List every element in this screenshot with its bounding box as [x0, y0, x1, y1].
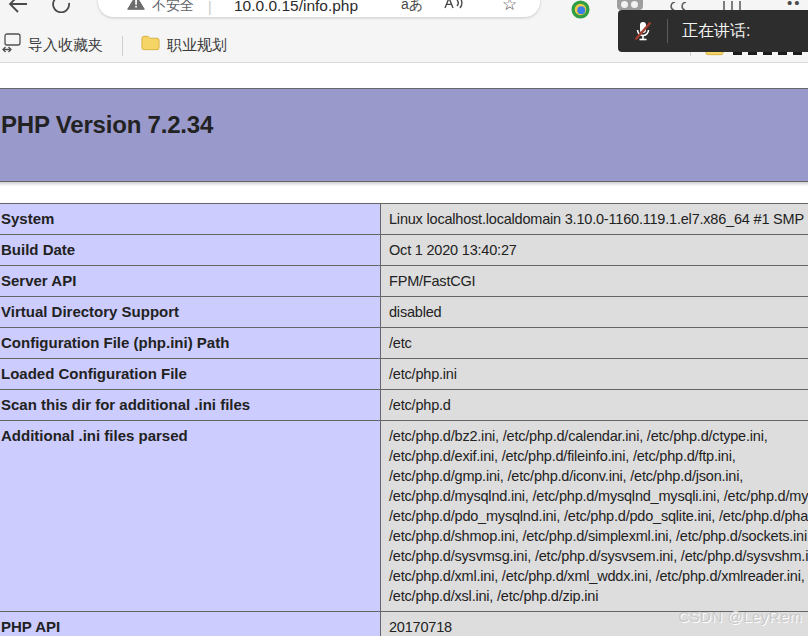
row-label: Build Date	[0, 235, 381, 266]
browser-window: 不安全 | 10.0.0.15/info.php aあ ☆	[0, 0, 808, 636]
bookmark-label: 导入收藏夹	[28, 36, 103, 55]
row-label: Scan this dir for additional .ini files	[0, 390, 381, 421]
read-aloud-icon[interactable]	[444, 0, 464, 14]
csdn-watermark: CSDN @LeyRem	[678, 608, 802, 625]
row-label: PHP API	[0, 612, 381, 636]
back-icon[interactable]	[7, 0, 29, 19]
profile-avatar[interactable]	[617, 0, 643, 10]
php-info-table: System Linux localhost.localdomain 3.10.…	[0, 203, 808, 636]
folder-icon	[141, 35, 160, 55]
table-row: Additional .ini files parsed /etc/php.d/…	[0, 421, 808, 612]
php-version-header: PHP Version 7.2.34	[0, 88, 808, 182]
bookmark-import-favorites[interactable]: 导入收藏夹	[2, 33, 103, 57]
row-value: /etc/php.d/bz2.ini, /etc/php.d/calendar.…	[381, 421, 808, 612]
row-value: disabled	[381, 297, 808, 328]
row-value: /etc/php.d	[381, 390, 808, 421]
extension-icon[interactable]	[571, 0, 590, 23]
bookmark-label: 职业规划	[167, 36, 227, 55]
row-value: Oct 1 2020 13:40:27	[381, 235, 808, 266]
not-secure-label: 不安全	[152, 0, 194, 15]
refresh-icon[interactable]	[51, 0, 71, 17]
table-row: Configuration File (php.ini) Path /etc	[0, 328, 808, 359]
table-row: Loaded Configuration File /etc/php.ini	[0, 359, 808, 390]
import-favorites-icon	[2, 33, 21, 57]
address-separator: |	[208, 0, 212, 15]
translate-icon[interactable]: aあ	[401, 0, 423, 14]
table-row: Server API FPM/FastCGI	[0, 266, 808, 297]
row-value: FPM/FastCGI	[381, 266, 808, 297]
page-title: PHP Version 7.2.34	[0, 89, 808, 139]
row-value: /etc	[381, 328, 808, 359]
speaking-toast-label: 正在讲话:	[682, 21, 750, 42]
row-value: Linux localhost.localdomain 3.10.0-1160.…	[381, 204, 808, 235]
microphone-muted-icon[interactable]	[631, 19, 655, 43]
row-value: /etc/php.ini	[381, 359, 808, 390]
row-label: Virtual Directory Support	[0, 297, 381, 328]
row-label: Configuration File (php.ini) Path	[0, 328, 381, 359]
bookmarks-separator	[122, 36, 123, 56]
address-bar[interactable]: 不安全 | 10.0.0.15/info.php aあ ☆	[98, 0, 540, 17]
table-row: System Linux localhost.localdomain 3.10.…	[0, 204, 808, 235]
table-row: Virtual Directory Support disabled	[0, 297, 808, 328]
row-label: Loaded Configuration File	[0, 359, 381, 390]
url-text[interactable]: 10.0.0.15/info.php	[234, 0, 358, 15]
speaking-toast[interactable]: 正在讲话:	[618, 10, 808, 52]
bookmark-folder-career[interactable]: 职业规划	[141, 33, 227, 57]
row-label: System	[0, 204, 381, 235]
toast-divider	[667, 19, 668, 43]
table-row: Scan this dir for additional .ini files …	[0, 390, 808, 421]
row-label: Additional .ini files parsed	[0, 421, 381, 612]
table-row: Build Date Oct 1 2020 13:40:27	[0, 235, 808, 266]
favorite-star-icon[interactable]: ☆	[502, 0, 517, 15]
phpinfo-page: PHP Version 7.2.34 System Linux localhos…	[0, 63, 808, 636]
row-label: Server API	[0, 266, 381, 297]
not-secure-warning-icon	[127, 0, 145, 14]
